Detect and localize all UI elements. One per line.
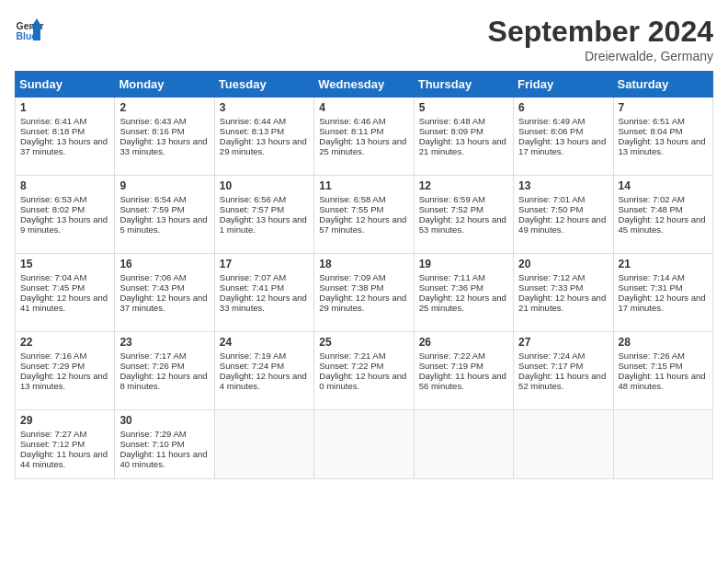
logo-icon: General Blue — [15, 15, 44, 44]
day-3: 3 Sunrise: 6:44 AM Sunset: 8:13 PM Dayli… — [214, 98, 313, 176]
calendar-table: Sunday Monday Tuesday Wednesday Thursday… — [15, 71, 713, 479]
day-empty-2 — [314, 410, 414, 479]
day-17: 17 Sunrise: 7:07 AM Sunset: 7:41 PM Dayl… — [214, 254, 313, 332]
week-row-4: 22 Sunrise: 7:16 AM Sunset: 7:29 PM Dayl… — [16, 332, 713, 410]
day-26: 26 Sunrise: 7:22 AM Sunset: 7:19 PM Dayl… — [414, 332, 513, 410]
month-title: September 2024 — [488, 15, 713, 49]
day-19: 19 Sunrise: 7:11 AM Sunset: 7:36 PM Dayl… — [414, 254, 513, 332]
day-27: 27 Sunrise: 7:24 AM Sunset: 7:17 PM Dayl… — [514, 332, 613, 410]
week-row-2: 8 Sunrise: 6:53 AM Sunset: 8:02 PM Dayli… — [16, 176, 713, 254]
week-row-3: 15 Sunrise: 7:04 AM Sunset: 7:45 PM Dayl… — [16, 254, 713, 332]
day-empty-3 — [414, 410, 513, 479]
day-5: 5 Sunrise: 6:48 AM Sunset: 8:09 PM Dayli… — [414, 98, 513, 176]
day-7: 7 Sunrise: 6:51 AM Sunset: 8:04 PM Dayli… — [613, 98, 712, 176]
day-25: 25 Sunrise: 7:21 AM Sunset: 7:22 PM Dayl… — [314, 332, 414, 410]
header-friday: Friday — [514, 72, 613, 98]
day-8: 8 Sunrise: 6:53 AM Sunset: 8:02 PM Dayli… — [16, 176, 115, 254]
header-thursday: Thursday — [414, 72, 513, 98]
day-29: 29 Sunrise: 7:27 AM Sunset: 7:12 PM Dayl… — [16, 410, 115, 479]
title-area: September 2024 Dreierwalde, Germany — [488, 15, 713, 63]
day-4: 4 Sunrise: 6:46 AM Sunset: 8:11 PM Dayli… — [314, 98, 414, 176]
day-11: 11 Sunrise: 6:58 AM Sunset: 7:55 PM Dayl… — [314, 176, 414, 254]
day-24: 24 Sunrise: 7:19 AM Sunset: 7:24 PM Dayl… — [214, 332, 313, 410]
header-monday: Monday — [115, 72, 214, 98]
location: Dreierwalde, Germany — [488, 49, 713, 63]
day-14: 14 Sunrise: 7:02 AM Sunset: 7:48 PM Dayl… — [613, 176, 712, 254]
day-28: 28 Sunrise: 7:26 AM Sunset: 7:15 PM Dayl… — [613, 332, 712, 410]
day-21: 21 Sunrise: 7:14 AM Sunset: 7:31 PM Dayl… — [613, 254, 712, 332]
day-2: 2 Sunrise: 6:43 AM Sunset: 8:16 PM Dayli… — [115, 98, 214, 176]
day-20: 20 Sunrise: 7:12 AM Sunset: 7:33 PM Dayl… — [514, 254, 613, 332]
weekday-header-row: Sunday Monday Tuesday Wednesday Thursday… — [16, 72, 713, 98]
day-15: 15 Sunrise: 7:04 AM Sunset: 7:45 PM Dayl… — [16, 254, 115, 332]
week-row-1: 1 Sunrise: 6:41 AM Sunset: 8:18 PM Dayli… — [16, 98, 713, 176]
header-tuesday: Tuesday — [214, 72, 313, 98]
day-12: 12 Sunrise: 6:59 AM Sunset: 7:52 PM Dayl… — [414, 176, 513, 254]
header-wednesday: Wednesday — [314, 72, 414, 98]
day-13: 13 Sunrise: 7:01 AM Sunset: 7:50 PM Dayl… — [514, 176, 613, 254]
day-22: 22 Sunrise: 7:16 AM Sunset: 7:29 PM Dayl… — [16, 332, 115, 410]
day-empty-4 — [514, 410, 613, 479]
logo: General Blue — [15, 15, 44, 44]
day-18: 18 Sunrise: 7:09 AM Sunset: 7:38 PM Dayl… — [314, 254, 414, 332]
week-row-5: 29 Sunrise: 7:27 AM Sunset: 7:12 PM Dayl… — [16, 410, 713, 479]
day-empty-1 — [214, 410, 313, 479]
day-23: 23 Sunrise: 7:17 AM Sunset: 7:26 PM Dayl… — [115, 332, 214, 410]
day-10: 10 Sunrise: 6:56 AM Sunset: 7:57 PM Dayl… — [214, 176, 313, 254]
day-6: 6 Sunrise: 6:49 AM Sunset: 8:06 PM Dayli… — [514, 98, 613, 176]
header-sunday: Sunday — [16, 72, 115, 98]
day-9: 9 Sunrise: 6:54 AM Sunset: 7:59 PM Dayli… — [115, 176, 214, 254]
day-16: 16 Sunrise: 7:06 AM Sunset: 7:43 PM Dayl… — [115, 254, 214, 332]
day-30: 30 Sunrise: 7:29 AM Sunset: 7:10 PM Dayl… — [115, 410, 214, 479]
day-empty-5 — [613, 410, 712, 479]
page-header: General Blue September 2024 Dreierwalde,… — [15, 15, 713, 63]
day-1: 1 Sunrise: 6:41 AM Sunset: 8:18 PM Dayli… — [16, 98, 115, 176]
header-saturday: Saturday — [613, 72, 712, 98]
